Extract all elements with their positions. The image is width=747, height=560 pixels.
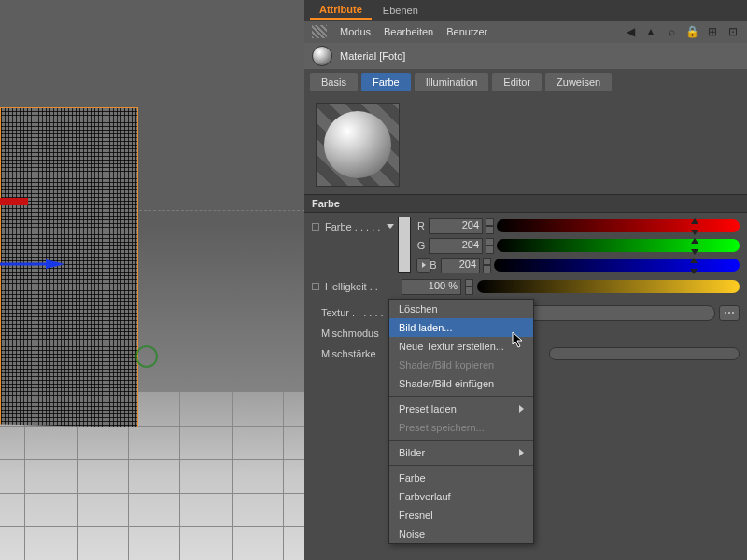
- input-red[interactable]: 204: [429, 218, 483, 234]
- panel-tabs: Attribute Ebenen: [304, 0, 747, 21]
- nav-up-icon[interactable]: ▲: [644, 25, 657, 38]
- spinner-green[interactable]: [486, 238, 494, 254]
- spinner-blue[interactable]: [483, 258, 491, 273]
- grip-icon: [312, 25, 327, 38]
- ctx-bilder[interactable]: Bilder: [389, 443, 533, 462]
- ctx-preset-laden[interactable]: Preset laden: [389, 399, 533, 418]
- separator-icon: [389, 440, 533, 441]
- panel-toolbar: Modus Bearbeiten Benutzer ◀ ▲ ⌕ 🔒 ⊞ ⊡: [304, 21, 747, 43]
- label-r: R: [416, 220, 426, 231]
- menu-edit[interactable]: Bearbeiten: [384, 26, 433, 37]
- label-b: B: [429, 259, 438, 271]
- menu-user[interactable]: Benutzer: [446, 26, 487, 37]
- submenu-arrow-icon: [519, 405, 524, 413]
- label-farbe: Farbe . . . . .: [325, 221, 383, 232]
- tab-editor[interactable]: Editor: [492, 73, 542, 91]
- dropdown-icon[interactable]: [387, 224, 394, 229]
- viewport-3d[interactable]: [0, 0, 304, 560]
- slider-brightness[interactable]: [477, 280, 740, 293]
- helligkeit-checkbox[interactable]: [312, 283, 319, 290]
- slider-blue[interactable]: [494, 259, 740, 272]
- separator-icon: [389, 396, 533, 397]
- tab-zuweisen[interactable]: Zuweisen: [545, 73, 612, 91]
- ctx-shader-einfuegen[interactable]: Shader/Bild einfügen: [389, 374, 533, 393]
- textur-browse-button[interactable]: [719, 305, 740, 321]
- preview-area: [304, 95, 747, 194]
- input-blue[interactable]: 204: [441, 258, 480, 273]
- label-mischmodus: Mischmodus: [321, 328, 394, 339]
- axis-x-icon: [0, 198, 28, 205]
- label-helligkeit: Helligkeit . .: [325, 281, 398, 292]
- new-icon[interactable]: ⊞: [706, 25, 719, 38]
- material-title: Material [Foto]: [340, 50, 405, 62]
- ctx-loeschen[interactable]: Löschen: [389, 300, 533, 318]
- submenu-arrow-icon: [519, 449, 524, 456]
- farbe-checkbox[interactable]: [312, 223, 319, 231]
- input-brightness[interactable]: 100 %: [402, 279, 461, 295]
- ctx-noise[interactable]: Noise: [389, 525, 533, 543]
- tab-basis[interactable]: Basis: [310, 73, 358, 91]
- slider-red[interactable]: [497, 219, 740, 232]
- input-green[interactable]: 204: [429, 238, 483, 254]
- preview-sphere-icon: [324, 111, 391, 178]
- tab-layers[interactable]: Ebenen: [374, 2, 428, 19]
- spinner-red[interactable]: [486, 218, 494, 234]
- search-icon[interactable]: ⌕: [665, 25, 678, 38]
- ctx-farbe[interactable]: Farbe: [389, 469, 533, 487]
- spinner-brightness[interactable]: [465, 279, 473, 295]
- mesh-object[interactable]: [0, 107, 138, 434]
- ctx-preset-speichern: Preset speichern...: [389, 418, 533, 437]
- channel-tabs: Basis Farbe Illumination Editor Zuweisen: [304, 69, 747, 95]
- label-textur: Textur . . . . . .: [321, 307, 394, 318]
- axis-y-icon: [135, 345, 158, 368]
- ctx-shader-kopieren: Shader/Bild kopieren: [389, 356, 533, 374]
- ctx-fresnel[interactable]: Fresnel: [389, 506, 533, 525]
- slider-green[interactable]: [497, 239, 740, 252]
- lock-icon[interactable]: 🔒: [685, 25, 698, 38]
- label-mischstaerke: Mischstärke: [321, 348, 394, 359]
- ctx-farbverlauf[interactable]: Farbverlauf: [389, 487, 533, 506]
- tab-attributes[interactable]: Attribute: [310, 1, 372, 20]
- slider-mischstaerke[interactable]: [549, 347, 740, 360]
- material-header: Material [Foto]: [304, 43, 747, 69]
- options-icon[interactable]: ⊡: [726, 25, 740, 38]
- material-preview-icon: [312, 46, 332, 66]
- material-preview-large[interactable]: [316, 103, 400, 187]
- nav-back-icon[interactable]: ◀: [624, 25, 637, 38]
- menu-mode[interactable]: Modus: [340, 26, 371, 37]
- label-g: G: [416, 240, 426, 251]
- cursor-icon: [512, 331, 525, 348]
- tab-illumination[interactable]: Illumination: [415, 73, 489, 91]
- section-farbe: Farbe: [304, 194, 747, 213]
- color-swatch[interactable]: [398, 217, 411, 273]
- tab-farbe[interactable]: Farbe: [361, 73, 411, 91]
- separator-icon: [389, 465, 533, 466]
